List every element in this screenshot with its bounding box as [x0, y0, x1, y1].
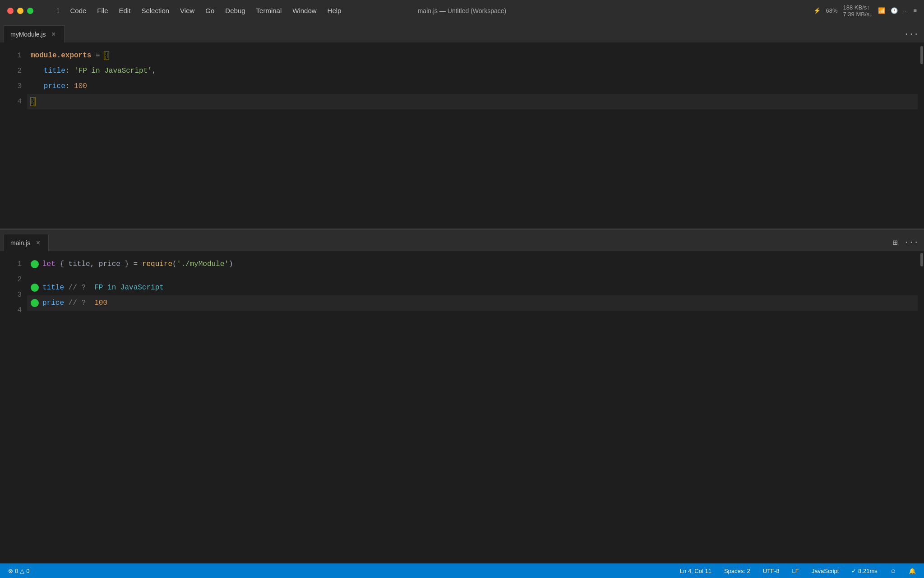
bottom-code-line-4: price // ? 100 [27, 295, 918, 311]
line-num-4: 4 [0, 94, 22, 109]
errors-item[interactable]: ⊗ 0 △ 0 [5, 567, 32, 575]
timing-label: ✓ 8.21ms [851, 568, 877, 574]
warning-count: 0 [26, 568, 29, 574]
timing-item[interactable]: ✓ 8.21ms [849, 567, 880, 575]
bottom-line-num-3: 3 [0, 287, 22, 303]
line-num-2: 2 [0, 63, 22, 79]
titlebar-right: ⚡ 68% 188 KB/s↑7.39 MB/s↓ 📶 🕐 ··· ≡ [813, 4, 917, 18]
bottom-editor-pane: main.js × ⊞ ··· 1 2 3 4 le [0, 230, 924, 564]
tab-mymodule-close[interactable]: × [50, 30, 58, 38]
top-more-button[interactable]: ··· [902, 29, 920, 40]
close-button[interactable] [7, 8, 14, 14]
smiley-icon: ☺ [890, 568, 896, 574]
language-item[interactable]: JavaScript [809, 567, 842, 575]
battery-percent: 68% [826, 7, 838, 14]
menu-bar:  Code File Edit Selection View Go Debug… [51, 5, 346, 16]
error-icon: ⊗ [8, 568, 13, 574]
status-left: ⊗ 0 △ 0 [5, 567, 32, 575]
wifi-icon: 📶 [878, 7, 885, 14]
top-scrollbar[interactable] [918, 42, 924, 228]
bottom-code-line-2 [27, 272, 918, 280]
spaces-item[interactable]: Spaces: 2 [721, 567, 753, 575]
tab-main[interactable]: main.js × [4, 234, 49, 251]
encoding-item[interactable]: UTF-8 [760, 567, 782, 575]
bottom-code-area[interactable]: 1 2 3 4 let { title, price } = require('… [0, 251, 924, 563]
smiley-item[interactable]: ☺ [887, 567, 899, 575]
cursor-position: Ln 4, Col 11 [680, 568, 711, 574]
bottom-tab-bar: main.js × ⊞ ··· [0, 230, 924, 251]
menu-selection[interactable]: Selection [136, 5, 175, 16]
top-code-line-3: price: 100 [27, 79, 918, 94]
menu-terminal[interactable]: Terminal [251, 5, 287, 16]
top-scrollbar-thumb[interactable] [920, 46, 923, 64]
menu-help[interactable]: Help [322, 5, 347, 16]
bottom-more-button[interactable]: ··· [902, 237, 920, 248]
line-ending-label: LF [792, 568, 799, 574]
bell-icon: 🔔 [909, 568, 916, 574]
bottom-scrollbar[interactable] [918, 251, 924, 563]
menu-view[interactable]: View [175, 5, 200, 16]
bottom-line-numbers: 1 2 3 4 [0, 251, 27, 563]
bottom-code-line-3: title // ? FP in JavaScript [27, 280, 918, 295]
top-line-numbers: 1 2 3 4 [0, 42, 27, 228]
titlebar-left:  Code File Edit Selection View Go Debug… [7, 5, 346, 16]
spaces-label: Spaces: 2 [724, 568, 750, 574]
bottom-code-line-1: let { title, price } = require('./myModu… [27, 256, 918, 272]
network-speed: 188 KB/s↑7.39 MB/s↓ [843, 4, 873, 18]
menu-go[interactable]: Go [200, 5, 220, 16]
bottom-code-content[interactable]: let { title, price } = require('./myModu… [27, 251, 918, 563]
bottom-scrollbar-thumb[interactable] [920, 253, 923, 266]
top-code-content[interactable]: module.exports = { title: 'FP in JavaScr… [27, 42, 918, 228]
line-num-3: 3 [0, 79, 22, 94]
warning-icon: △ [20, 568, 24, 574]
menu-window[interactable]: Window [287, 5, 322, 16]
split-editor-button[interactable]: ⊞ [891, 237, 900, 248]
menu-file[interactable]: File [92, 5, 113, 16]
titlebar:  Code File Edit Selection View Go Debug… [0, 0, 924, 21]
status-bar: ⊗ 0 △ 0 Ln 4, Col 11 Spaces: 2 UTF-8 LF … [0, 564, 924, 578]
window-title: main.js — Untitled (Workspace) [418, 7, 507, 14]
line-num-1: 1 [0, 48, 22, 63]
tab-main-label: main.js [10, 239, 30, 247]
top-editor-pane: myModule.js × ··· 1 2 3 4 module.exports… [0, 21, 924, 229]
bottom-line-num-4: 4 [0, 303, 22, 318]
bell-item[interactable]: 🔔 [906, 567, 919, 575]
line-ending-item[interactable]: LF [790, 567, 802, 575]
top-code-area[interactable]: 1 2 3 4 module.exports = { title: 'FP in… [0, 42, 924, 228]
list-icon: ≡ [913, 7, 917, 14]
menu-code[interactable]: Code [65, 5, 92, 16]
minimize-button[interactable] [17, 8, 23, 14]
bottom-line-num-1: 1 [0, 256, 22, 272]
status-right: Ln 4, Col 11 Spaces: 2 UTF-8 LF JavaScri… [677, 567, 919, 575]
menu-apple[interactable]:  [51, 5, 65, 16]
editors-container: myModule.js × ··· 1 2 3 4 module.exports… [0, 21, 924, 564]
clock-icon: 🕐 [891, 7, 898, 14]
top-code-line-1: module.exports = { [27, 48, 918, 63]
top-tab-actions: ··· [902, 29, 920, 42]
tab-mymodule[interactable]: myModule.js × [4, 25, 65, 42]
menu-extra-icon: ··· [903, 7, 908, 14]
bottom-tab-actions: ⊞ ··· [891, 237, 920, 251]
tab-main-close[interactable]: × [34, 239, 42, 247]
tab-mymodule-label: myModule.js [10, 31, 46, 38]
top-code-line-4: } [27, 94, 918, 109]
menu-edit[interactable]: Edit [114, 5, 136, 16]
top-code-line-2: title: 'FP in JavaScript', [27, 63, 918, 79]
battery-icon: ⚡ [813, 7, 821, 14]
menu-debug[interactable]: Debug [220, 5, 250, 16]
bottom-line-num-2: 2 [0, 272, 22, 287]
language-label: JavaScript [812, 568, 839, 574]
error-count: 0 [15, 568, 18, 574]
maximize-button[interactable] [27, 8, 33, 14]
position-item[interactable]: Ln 4, Col 11 [677, 567, 714, 575]
encoding-label: UTF-8 [763, 568, 780, 574]
top-tab-bar: myModule.js × ··· [0, 21, 924, 42]
